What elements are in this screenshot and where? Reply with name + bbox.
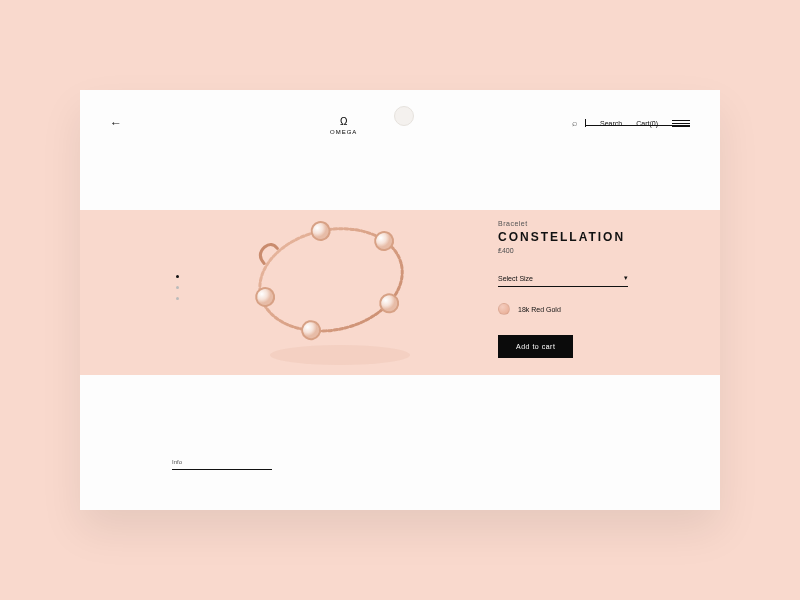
product-panel: Bracelet CONSTELLATION ₤400 Select Size … <box>498 220 668 358</box>
carousel-dots <box>176 275 179 300</box>
svg-point-6 <box>270 345 410 365</box>
avatar[interactable] <box>394 106 414 126</box>
header-right: ⌕ Search Cart(0) <box>572 118 690 128</box>
search-icon[interactable]: ⌕ <box>572 118 577 128</box>
material-option[interactable]: 18k Red Gold <box>498 303 668 315</box>
add-to-cart-button[interactable]: Add to cart <box>498 335 573 358</box>
size-select-label: Select Size <box>498 275 533 282</box>
material-swatch-icon <box>498 303 510 315</box>
product-title: CONSTELLATION <box>498 230 668 244</box>
carousel-dot-3[interactable] <box>176 297 179 300</box>
material-label: 18k Red Gold <box>518 306 561 313</box>
svg-point-4 <box>300 319 321 340</box>
size-select[interactable]: Select Size ▾ <box>498 270 628 287</box>
svg-point-1 <box>310 220 331 241</box>
footer: Info <box>172 459 272 470</box>
brand-name: OMEGA <box>330 129 357 135</box>
brand-logo[interactable]: Ω OMEGA <box>330 112 357 135</box>
product-image <box>230 175 430 375</box>
svg-point-5 <box>254 286 275 307</box>
header: ← Ω OMEGA ⌕ Search Cart(0) <box>80 108 720 138</box>
header-underline <box>585 125 690 126</box>
product-price: ₤400 <box>498 247 668 254</box>
carousel-dot-1[interactable] <box>176 275 179 278</box>
product-page: ← Ω OMEGA ⌕ Search Cart(0) <box>80 90 720 510</box>
product-category: Bracelet <box>498 220 668 227</box>
info-link[interactable]: Info <box>172 459 272 470</box>
carousel-dot-2[interactable] <box>176 286 179 289</box>
chevron-down-icon: ▾ <box>624 274 628 282</box>
back-arrow-icon[interactable]: ← <box>110 116 121 130</box>
hero-band: Bracelet CONSTELLATION ₤400 Select Size … <box>80 210 720 375</box>
brand-mark: Ω <box>340 116 347 127</box>
